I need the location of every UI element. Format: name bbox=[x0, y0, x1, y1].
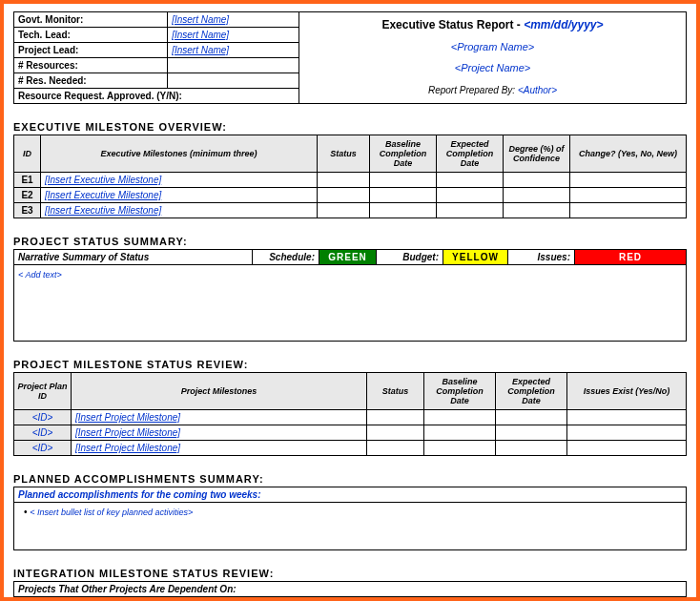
col-ibaseline: Baseline Completion bbox=[384, 598, 451, 602]
table-row: E3 [Insert Executive Milestone] bbox=[14, 203, 687, 218]
section-milestone-review: PROJECT MILESTONE STATUS REVIEW: bbox=[13, 359, 687, 370]
table-row: <ID> [Insert Project Milestone] bbox=[14, 441, 687, 456]
milestone-cell[interactable]: [Insert Project Milestone] bbox=[72, 410, 367, 425]
res-request-label: Resource Request. Approved. (Y/N): bbox=[14, 89, 299, 104]
col-pissues: Issues Exist (Yes/No) bbox=[567, 373, 687, 410]
table-row: E2 [Insert Executive Milestone] bbox=[14, 188, 687, 203]
table-row: <ID> [Insert Project Milestone] bbox=[14, 410, 687, 425]
report-title: Executive Status Report - <mm/dd/yyyy> bbox=[305, 18, 680, 31]
col-expected: Expected Completion Date bbox=[437, 135, 504, 173]
row-id[interactable]: <ID> bbox=[14, 410, 72, 425]
issues-status: RED bbox=[575, 250, 686, 264]
col-iid: ID bbox=[14, 598, 41, 602]
col-idegree: Degree (%) of bbox=[518, 598, 580, 602]
planned-header: Planned accomplishments for the coming t… bbox=[13, 487, 687, 503]
row-id: E2 bbox=[14, 188, 41, 203]
col-idepon: Projects Dependent On bbox=[213, 598, 337, 602]
planned-body[interactable]: • < Insert bullet list of key planned ac… bbox=[13, 503, 687, 550]
col-status: Status bbox=[318, 135, 370, 173]
milestone-cell[interactable]: [Insert Project Milestone] bbox=[72, 425, 367, 441]
milestone-cell[interactable]: [Insert Project Milestone] bbox=[72, 441, 367, 456]
project-lead-value[interactable]: [Insert Name] bbox=[168, 43, 299, 58]
col-ichange: (Yes, No, bbox=[580, 598, 687, 602]
section-integration: INTEGRATION MILESTONE STATUS REVIEW: bbox=[13, 568, 687, 579]
narrative-box[interactable]: < Add text> bbox=[13, 265, 687, 342]
resources-label: # Resources: bbox=[14, 58, 168, 73]
col-pbaseline: Baseline Completion Date bbox=[424, 373, 496, 410]
section-planned: PLANNED ACCOMPLISHMENTS SUMMARY: bbox=[13, 473, 687, 485]
section-exec-overview: EXECUTIVE MILESTONE OVERVIEW: bbox=[13, 121, 687, 133]
project-name[interactable]: <Project Name> bbox=[305, 62, 680, 73]
col-pstatus: Status bbox=[367, 373, 424, 410]
budget-label: Budget: bbox=[377, 250, 443, 264]
integration-dep-header: Projects That Other Projects Are Depende… bbox=[13, 581, 687, 597]
row-id[interactable]: <ID> bbox=[14, 441, 72, 456]
integration-table: ID Integration Milestones Projects Depen… bbox=[13, 597, 687, 601]
prepared-by: Report Prepared By: <Author> bbox=[305, 85, 680, 95]
col-iexpected: Expected Completion bbox=[451, 598, 518, 602]
info-table: Govt. Monitor: [Insert Name] Tech. Lead:… bbox=[13, 11, 299, 104]
header-row: Govt. Monitor: [Insert Name] Tech. Lead:… bbox=[13, 11, 687, 104]
milestone-cell[interactable]: [Insert Executive Milestone] bbox=[41, 203, 318, 218]
resources-value[interactable] bbox=[168, 58, 299, 73]
row-id: E1 bbox=[14, 173, 41, 188]
schedule-label: Schedule: bbox=[253, 250, 319, 264]
section-status-summary: PROJECT STATUS SUMMARY: bbox=[13, 236, 687, 247]
col-ppid: Project Plan ID bbox=[14, 373, 72, 410]
title-box: Executive Status Report - <mm/dd/yyyy> <… bbox=[299, 11, 687, 104]
narrative-label: Narrative Summary of Status bbox=[14, 250, 253, 264]
project-lead-label: Project Lead: bbox=[14, 43, 168, 58]
issues-label: Issues: bbox=[508, 250, 575, 264]
col-change: Change? (Yes, No, New) bbox=[570, 135, 687, 173]
col-baseline: Baseline Completion Date bbox=[370, 135, 437, 173]
col-istatus: Status bbox=[337, 598, 384, 602]
res-needed-value[interactable] bbox=[168, 73, 299, 89]
schedule-status: GREEN bbox=[319, 250, 377, 264]
col-degree: Degree (%) of Confidence bbox=[504, 135, 570, 173]
tech-lead-value[interactable]: [Insert Name] bbox=[168, 28, 299, 43]
status-bar: Narrative Summary of Status Schedule: GR… bbox=[13, 249, 687, 265]
row-id[interactable]: <ID> bbox=[14, 425, 72, 441]
col-pexpected: Expected Completion Date bbox=[496, 373, 567, 410]
document-frame: Govt. Monitor: [Insert Name] Tech. Lead:… bbox=[0, 0, 700, 601]
budget-status: YELLOW bbox=[443, 250, 508, 264]
govt-monitor-value[interactable]: [Insert Name] bbox=[168, 12, 299, 28]
govt-monitor-label: Govt. Monitor: bbox=[14, 12, 168, 28]
row-id: E3 bbox=[14, 203, 41, 218]
project-milestone-table: Project Plan ID Project Milestones Statu… bbox=[13, 372, 687, 456]
milestone-cell[interactable]: [Insert Executive Milestone] bbox=[41, 173, 318, 188]
col-milestones: Executive Milestones (minimum three) bbox=[41, 135, 318, 173]
res-needed-label: # Res. Needed: bbox=[14, 73, 168, 89]
col-pm: Project Milestones bbox=[72, 373, 367, 410]
tech-lead-label: Tech. Lead: bbox=[14, 28, 168, 43]
program-name[interactable]: <Program Name> bbox=[305, 41, 680, 52]
col-id: ID bbox=[14, 135, 41, 173]
table-row: E1 [Insert Executive Milestone] bbox=[14, 173, 687, 188]
col-imilestones: Integration Milestones bbox=[41, 598, 213, 602]
exec-milestone-table: ID Executive Milestones (minimum three) … bbox=[13, 135, 687, 218]
milestone-cell[interactable]: [Insert Executive Milestone] bbox=[41, 188, 318, 203]
table-row: <ID> [Insert Project Milestone] bbox=[14, 425, 687, 441]
